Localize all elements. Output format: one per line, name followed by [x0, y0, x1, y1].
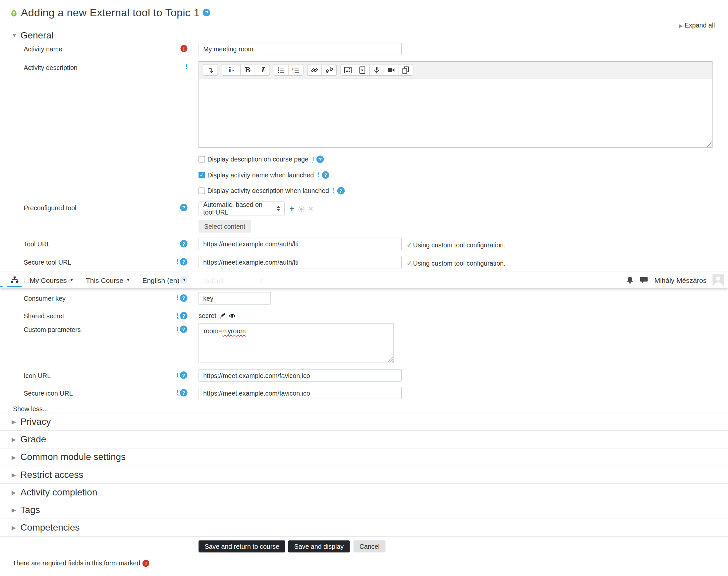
help-icon[interactable]: ? — [180, 389, 187, 396]
styles-menu-icon[interactable]: i▾ — [222, 65, 241, 76]
sitemap-tab[interactable] — [7, 273, 23, 288]
chevron-down-icon: ▼ — [69, 278, 73, 282]
icon-url-input[interactable] — [199, 369, 402, 382]
collapsed-section-header[interactable]: ▶ Common module settings — [0, 448, 728, 466]
rich-text-editor: ↴ i▾ B I 123 — [199, 61, 712, 148]
show-secret-eye-icon[interactable] — [229, 313, 236, 318]
checkbox[interactable] — [199, 188, 205, 194]
checkbox-label: Display activity name when launched — [207, 171, 314, 179]
expand-all-row: ▶Expand all — [0, 21, 728, 28]
show-less-link[interactable]: Show less... — [13, 405, 728, 412]
activity-description-row: Activity description ! ↴ i▾ B I — [0, 61, 728, 148]
checkbox[interactable] — [199, 156, 205, 163]
link-icon[interactable] — [307, 65, 322, 76]
help-icon[interactable]: ? — [180, 312, 187, 319]
check-icon: ✓ — [406, 240, 413, 249]
avatar[interactable] — [712, 274, 724, 286]
record-video-icon[interactable] — [384, 65, 398, 76]
preconfigured-tool-row: Preconfigured tool ? Automatic, based on… — [0, 202, 728, 215]
collapsed-section-header[interactable]: ▶ Competencies — [0, 519, 728, 537]
external-tool-icon — [10, 9, 18, 17]
help-icon[interactable]: ? — [316, 155, 324, 163]
record-audio-icon[interactable] — [370, 65, 384, 76]
consumer-key-input[interactable] — [199, 292, 271, 305]
chevron-right-icon: ▶ — [11, 507, 16, 513]
collapsed-section-header[interactable]: ▶ Restrict access — [0, 466, 728, 484]
user-name[interactable]: Mihály Mészáros — [655, 276, 707, 284]
misspelled-word: myroom — [222, 327, 246, 335]
edit-pencil-icon[interactable] — [219, 313, 225, 319]
select-content-button[interactable]: Select content — [199, 220, 251, 233]
section-general-title: General — [21, 30, 54, 40]
checkbox-checked[interactable]: ✓ — [199, 172, 205, 178]
shared-secret-label: Shared secret — [0, 311, 176, 320]
help-icon[interactable]: ? — [180, 294, 187, 302]
sitemap-icon — [10, 276, 19, 283]
chevron-right-icon: ▶ — [11, 419, 16, 425]
chevron-right-icon: ▶ — [11, 524, 16, 531]
collapsed-section-header[interactable]: ▶ Tags — [0, 501, 728, 519]
warning-icon: ! — [177, 326, 179, 333]
secure-icon-url-input[interactable] — [199, 387, 402, 399]
italic-icon[interactable]: I — [255, 65, 269, 76]
help-icon[interactable]: ? — [322, 171, 329, 179]
section-general-header[interactable]: ▼ General — [0, 30, 728, 41]
save-and-display-button[interactable]: Save and display — [288, 541, 350, 552]
activity-description-label: Activity description — [0, 61, 176, 71]
manage-files-icon[interactable] — [399, 65, 413, 76]
chevron-right-icon: ▶ — [11, 436, 16, 443]
bold-icon[interactable]: B — [241, 65, 255, 76]
nav-my-courses[interactable]: My Courses▼ — [30, 276, 74, 284]
secure-tool-url-input[interactable] — [199, 256, 402, 268]
help-icon[interactable]: ? — [180, 204, 187, 211]
resize-handle[interactable] — [388, 357, 393, 362]
preconfigured-tool-label: Preconfigured tool — [0, 202, 176, 212]
nav-language[interactable]: English (en)▼ — [142, 276, 186, 284]
checkbox-label: Display description on course page — [207, 155, 308, 163]
help-icon[interactable]: ? — [180, 325, 187, 333]
activity-name-input[interactable] — [199, 43, 402, 55]
editor-content-area[interactable] — [199, 79, 712, 147]
help-icon[interactable]: ? — [337, 187, 344, 194]
nav-tab-fragment[interactable] — [0, 273, 3, 288]
help-icon[interactable]: ? — [203, 9, 210, 16]
activity-name-label: Activity name — [0, 43, 176, 53]
help-icon[interactable]: ? — [180, 371, 187, 379]
collapsed-section-header[interactable]: ▶ Privacy — [0, 413, 728, 431]
tool-url-input[interactable] — [199, 238, 402, 250]
unlink-icon[interactable] — [322, 65, 336, 76]
cancel-button[interactable]: Cancel — [353, 541, 385, 552]
collapsed-section-header[interactable]: ▶ Activity completion — [0, 484, 728, 501]
bullet-list-icon[interactable] — [274, 65, 288, 76]
nav-right: Mihály Mészáros — [627, 274, 728, 286]
chevron-right-icon: ▶ — [11, 454, 16, 461]
editor-toolbar: ↴ i▾ B I 123 — [199, 62, 712, 78]
save-and-return-button[interactable]: Save and return to course — [199, 541, 285, 552]
warning-icon: ! — [177, 372, 179, 378]
nav-this-course[interactable]: This Course▼ — [86, 276, 130, 284]
numbered-list-icon[interactable]: 123 — [289, 65, 303, 76]
notifications-bell-icon[interactable] — [627, 276, 634, 284]
required-fields-note: There are required fields in this form m… — [12, 559, 728, 567]
messages-icon[interactable] — [640, 277, 648, 284]
help-icon[interactable]: ? — [180, 240, 187, 248]
preconfigured-tool-select[interactable]: Automatic, based on tool URL — [199, 202, 285, 215]
required-icon: ! — [181, 45, 187, 52]
checkbox-row-display-name-launched: ✓ Display activity name when launched ! … — [199, 171, 728, 179]
resize-handle[interactable] — [706, 142, 711, 147]
media-icon[interactable] — [355, 65, 369, 76]
icon-url-label: Icon URL — [0, 369, 176, 379]
page-title: Adding a new External tool to Topic 1 — [21, 6, 200, 19]
expand-all-link[interactable]: Expand all — [685, 21, 715, 29]
consumer-key-row: Consumer key ! ? — [0, 292, 728, 305]
warning-icon: ! — [317, 172, 320, 178]
custom-parameters-textarea[interactable]: room=myroom — [199, 323, 394, 363]
display-options: Display description on course page ! ? ✓… — [199, 155, 728, 195]
shared-secret-value: secret — [199, 312, 216, 319]
image-icon[interactable] — [341, 65, 355, 76]
help-icon[interactable]: ? — [180, 258, 187, 265]
toolbar-toggle-icon[interactable]: ↴ — [203, 65, 217, 76]
collapsed-section-header[interactable]: ▶ Grade — [0, 431, 728, 448]
icon-url-row: Icon URL ! ? — [0, 369, 728, 382]
add-tool-icon[interactable]: + — [290, 205, 295, 212]
